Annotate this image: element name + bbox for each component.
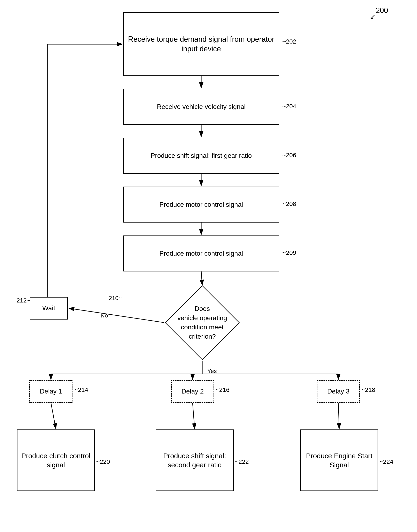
box-224: Produce Engine Start Signal (300, 429, 378, 491)
svg-line-6 (201, 271, 202, 285)
box-208: Produce motor control signal (123, 187, 279, 223)
box-216: Delay 2 (171, 380, 214, 403)
box-224-label: Produce Engine Start Signal (301, 451, 378, 469)
ref-218: ~218 (361, 386, 375, 393)
svg-line-7 (69, 308, 164, 323)
box-212: Wait (30, 297, 68, 320)
svg-line-15 (51, 403, 56, 429)
flowchart-diagram: 200 ↙ Receive torque demand signal from … (0, 0, 417, 532)
diamond-210: Doesvehicle operatingcondition meetcrite… (164, 285, 240, 361)
box-202: Receive torque demand signal from operat… (123, 12, 279, 76)
box-209-label: Produce motor control signal (159, 249, 243, 258)
box-216-label: Delay 2 (181, 387, 204, 396)
box-206-label: Produce shift signal: first gear ratio (151, 152, 252, 160)
box-220-label: Produce clutch control signal (17, 451, 94, 469)
box-220: Produce clutch control signal (17, 429, 95, 491)
title-arrow: ↙ (370, 12, 376, 21)
box-214-label: Delay 1 (40, 387, 62, 396)
ref-216: ~216 (216, 386, 229, 393)
box-206: Produce shift signal: first gear ratio (123, 138, 279, 174)
ref-222: ~222 (235, 458, 249, 465)
box-208-label: Produce motor control signal (159, 200, 243, 209)
box-222: Produce shift signal: second gear ratio (156, 429, 234, 491)
ref-206: ~206 (282, 152, 296, 159)
box-218-label: Delay 3 (327, 387, 350, 396)
diamond-210-label: Doesvehicle operatingcondition meetcrite… (164, 285, 240, 361)
ref-210: 210~ (109, 295, 122, 302)
svg-line-17 (338, 403, 339, 429)
yes-label: Yes (207, 368, 217, 374)
diagram-title: 200 (376, 6, 388, 15)
box-202-label: Receive torque demand signal from operat… (124, 34, 279, 54)
svg-line-16 (193, 403, 195, 429)
no-label: No (101, 312, 108, 319)
ref-220: ~220 (96, 458, 110, 465)
box-209: Produce motor control signal (123, 236, 279, 271)
ref-204: ~204 (282, 103, 296, 110)
ref-224: ~224 (379, 458, 393, 465)
ref-208: ~208 (282, 200, 296, 207)
box-218: Delay 3 (317, 380, 360, 403)
box-204: Receive vehicle velocity signal (123, 89, 279, 125)
ref-212: 212~ (16, 297, 30, 304)
ref-209: ~209 (282, 249, 296, 256)
ref-214: ~214 (74, 386, 88, 393)
box-214: Delay 1 (29, 380, 73, 403)
box-212-label: Wait (42, 304, 55, 313)
ref-202: ~202 (282, 38, 296, 45)
box-204-label: Receive vehicle velocity signal (157, 103, 246, 111)
box-222-label: Produce shift signal: second gear ratio (156, 451, 233, 469)
